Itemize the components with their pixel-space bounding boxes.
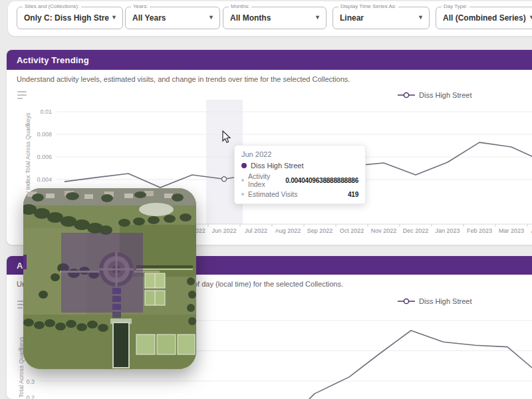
tooltip-metric-row: Activity Index0.0040409638888888886 [241, 172, 358, 188]
svg-text:Dec 2022: Dec 2022 [403, 227, 429, 234]
tooltip-series-row: Diss High Street [241, 162, 358, 170]
svg-text:Aug 2022: Aug 2022 [275, 227, 301, 234]
svg-text:Oct 2022: Oct 2022 [340, 227, 364, 234]
svg-text:Sep 2022: Sep 2022 [307, 227, 333, 234]
svg-text:Jun 2022: Jun 2022 [211, 227, 236, 234]
svg-text:0.2: 0.2 [26, 394, 35, 399]
tooltip-metric-label: Activity Index [248, 172, 281, 188]
map-highlight-region [61, 233, 143, 313]
svg-text:0.3: 0.3 [26, 378, 35, 385]
satellite-map-image [23, 188, 196, 369]
svg-text:Jan 2023: Jan 2023 [435, 227, 460, 234]
series-dot-icon [241, 163, 247, 168]
tooltip-metric-value: 0.0040409638888888886 [285, 177, 358, 184]
tooltip-metric-value: 419 [348, 191, 358, 198]
svg-text:0.008: 0.008 [37, 131, 52, 138]
tooltip-metric-label: Estimated Visits [248, 190, 298, 198]
bullet-icon [241, 179, 244, 182]
map-canal [113, 323, 129, 368]
svg-text:Mar 2023: Mar 2023 [499, 227, 524, 234]
svg-text:0.004: 0.004 [37, 176, 52, 183]
svg-text:Nov 2022: Nov 2022 [371, 227, 397, 234]
svg-text:0.006: 0.006 [37, 154, 52, 160]
map-tennis-courts-bottom [136, 334, 195, 354]
tooltip-metric-row: Estimated Visits419 [241, 190, 358, 198]
svg-text:Feb 2023: Feb 2023 [467, 227, 492, 234]
satellite-map-overlay[interactable] [23, 188, 196, 369]
svg-text:Jul 2022: Jul 2022 [245, 227, 267, 234]
map-control-tab [23, 255, 27, 269]
svg-text:0.01: 0.01 [40, 108, 52, 115]
bullet-icon [241, 193, 244, 196]
tooltip-series-name: Diss High Street [251, 162, 303, 170]
dashboard-page: Sites and (Collections):Only C: Diss Hig… [0, 0, 532, 399]
tooltip-date: Jun 2022 [241, 150, 358, 158]
chart-tooltip: Jun 2022 Diss High Street Activity Index… [234, 145, 366, 204]
